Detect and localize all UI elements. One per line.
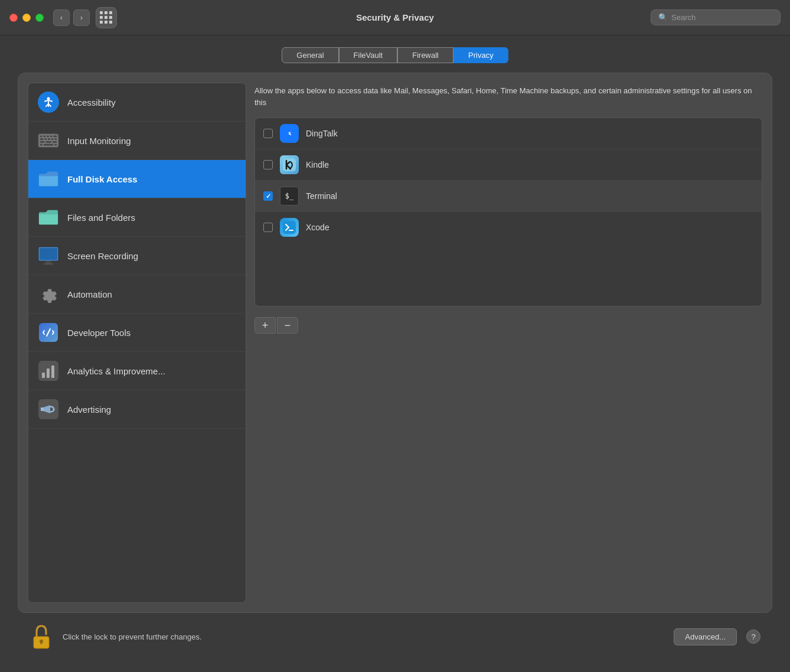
sidebar-item-screen-recording[interactable]: Screen Recording (28, 237, 246, 275)
titlebar: ‹ › Security & Privacy 🔍 Search (0, 0, 790, 35)
monitor-icon (38, 245, 59, 266)
svg-rect-9 (48, 138, 50, 140)
analytics-icon (38, 360, 59, 381)
terminal-icon: $_ (280, 187, 299, 205)
description-text: Allow the apps below to access data like… (254, 83, 762, 110)
svg-rect-20 (44, 263, 53, 265)
main-content: General FileVault Firewall Privacy (0, 35, 790, 672)
right-panel: Allow the apps below to access data like… (254, 83, 762, 603)
svg-rect-10 (51, 138, 54, 140)
app-name-terminal: Terminal (306, 191, 337, 201)
svg-rect-12 (40, 141, 45, 143)
sidebar-item-label-analytics: Analytics & Improveme... (67, 366, 165, 376)
search-bar[interactable]: 🔍 Search (651, 9, 781, 25)
accessibility-icon (38, 92, 59, 113)
sidebar-item-advertising[interactable]: Advertising (28, 390, 246, 429)
sidebar: Accessibility (28, 83, 246, 603)
svg-point-28 (53, 408, 55, 410)
add-app-button[interactable]: + (254, 317, 276, 334)
checkbox-terminal[interactable] (263, 191, 273, 201)
grid-icon (100, 11, 113, 24)
minimize-button[interactable] (22, 14, 31, 22)
checkbox-kindle[interactable] (263, 160, 273, 169)
back-button[interactable]: ‹ (53, 9, 70, 26)
remove-app-button[interactable]: − (277, 317, 298, 334)
tab-general[interactable]: General (282, 47, 338, 63)
sidebar-item-developer-tools[interactable]: Developer Tools (28, 314, 246, 352)
svg-rect-15 (40, 144, 43, 146)
xcode-icon (280, 218, 299, 237)
traffic-lights (9, 14, 44, 22)
app-row-terminal[interactable]: $_ Terminal (255, 181, 762, 212)
dev-tools-icon (38, 322, 59, 343)
svg-rect-27 (41, 407, 44, 411)
svg-rect-17 (54, 144, 57, 146)
search-icon: 🔍 (658, 13, 668, 22)
sidebar-item-automation[interactable]: Automation (28, 275, 246, 314)
lock-description-text: Click the lock to prevent further change… (63, 632, 664, 641)
app-name-kindle: Kindle (306, 160, 329, 169)
svg-line-21 (47, 329, 50, 336)
advertising-icon (38, 399, 59, 420)
tab-firewall[interactable]: Firewall (397, 47, 453, 63)
folder-teal-icon (38, 207, 59, 228)
app-name-xcode: Xcode (306, 223, 329, 232)
kindle-icon (280, 155, 299, 174)
sidebar-item-analytics[interactable]: Analytics & Improveme... (28, 352, 246, 390)
sidebar-item-full-disk-access[interactable]: Full Disk Access (28, 160, 246, 198)
forward-button[interactable]: › (73, 9, 90, 26)
svg-rect-3 (43, 135, 45, 137)
search-placeholder: Search (671, 13, 696, 22)
svg-rect-29 (283, 158, 296, 171)
svg-point-0 (47, 97, 50, 100)
svg-rect-7 (40, 138, 44, 140)
panel: Accessibility (18, 73, 772, 613)
sidebar-item-label-full-disk-access: Full Disk Access (67, 174, 138, 184)
checkbox-dingtalk[interactable] (263, 129, 273, 138)
folder-blue-icon (38, 168, 59, 190)
tab-filevault[interactable]: FileVault (339, 47, 398, 63)
gear-icon (38, 283, 59, 305)
add-remove-bar: + − (254, 317, 762, 334)
sidebar-item-label-input-monitoring: Input Monitoring (67, 136, 131, 146)
app-row-dingtalk[interactable]: DingTalk (255, 118, 762, 149)
sidebar-item-accessibility[interactable]: Accessibility (28, 83, 246, 122)
sidebar-item-input-monitoring[interactable]: Input Monitoring (28, 122, 246, 160)
nav-buttons: ‹ › (53, 9, 90, 26)
maximize-button[interactable] (35, 14, 44, 22)
tab-privacy[interactable]: Privacy (453, 47, 508, 63)
app-grid-button[interactable] (96, 7, 117, 28)
svg-rect-25 (51, 366, 54, 378)
svg-rect-8 (44, 138, 47, 140)
app-list: DingTalk Kindle (254, 118, 762, 306)
svg-rect-5 (50, 135, 53, 137)
sidebar-item-label-accessibility: Accessibility (67, 97, 116, 107)
close-button[interactable] (9, 14, 18, 22)
svg-rect-14 (53, 141, 57, 143)
sidebar-item-label-automation: Automation (67, 289, 112, 299)
help-button[interactable]: ? (746, 629, 760, 644)
svg-rect-13 (45, 141, 51, 143)
dingtalk-icon (280, 124, 299, 143)
app-row-kindle[interactable]: Kindle (255, 149, 762, 181)
svg-rect-6 (54, 135, 57, 137)
app-row-xcode[interactable]: Xcode (255, 212, 762, 243)
svg-rect-19 (40, 248, 57, 260)
lock-icon[interactable] (30, 622, 53, 651)
sidebar-item-label-advertising: Advertising (67, 404, 111, 415)
tabs-row: General FileVault Firewall Privacy (18, 47, 772, 63)
svg-rect-23 (42, 373, 45, 378)
sidebar-item-label-screen-recording: Screen Recording (67, 251, 138, 261)
advanced-button[interactable]: Advanced... (674, 628, 737, 645)
sidebar-item-files-and-folders[interactable]: Files and Folders (28, 198, 246, 237)
svg-rect-2 (40, 135, 43, 137)
keyboard-icon (38, 130, 59, 151)
svg-rect-16 (43, 144, 53, 146)
app-name-dingtalk: DingTalk (306, 129, 338, 138)
svg-rect-4 (47, 135, 49, 137)
sidebar-item-label-files-and-folders: Files and Folders (67, 213, 135, 223)
svg-rect-11 (54, 138, 57, 140)
bottom-bar: Click the lock to prevent further change… (18, 613, 772, 660)
checkbox-xcode[interactable] (263, 223, 273, 232)
svg-rect-35 (41, 641, 43, 644)
